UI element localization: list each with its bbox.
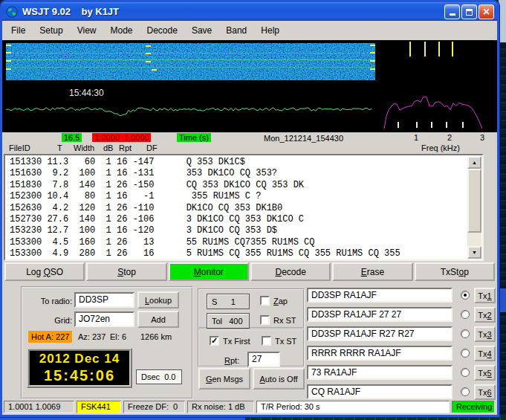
freeze-df-panel: Freeze DF: 0 <box>123 401 185 413</box>
tx6-message-input[interactable]: CQ RA1AJF <box>307 384 453 399</box>
clock-time: 15:45:06 <box>30 367 129 384</box>
window-title: WSJT 9.02 by K1JT <box>22 6 119 17</box>
tx-first-checkbox[interactable] <box>210 336 219 346</box>
tx-radio-4[interactable] <box>461 349 470 358</box>
time-axis-label: Time (s) <box>177 133 211 142</box>
action-button-row: Log QSO Stop Monitor Decode Erase TxStop <box>4 262 495 281</box>
close-icon: ✕ <box>482 7 490 16</box>
maximize-button[interactable] <box>461 4 477 19</box>
decode-text: 151330 11.3 60 1 16 -147 Q 353 DK1C$ 151… <box>5 155 482 260</box>
menu-decode[interactable]: Decode <box>147 25 178 36</box>
tx-radio-5[interactable] <box>461 368 470 377</box>
to-radio-input[interactable]: DD3SP <box>74 292 134 308</box>
menu-view[interactable]: View <box>77 25 97 36</box>
col-t: T <box>57 143 62 152</box>
level-indicator: 16.5 <box>62 133 82 142</box>
tx-radio-6[interactable] <box>461 387 470 396</box>
maximize-icon <box>466 9 473 16</box>
freq-tick-2: 2 <box>447 133 452 142</box>
tx-radio-2[interactable] <box>461 310 470 319</box>
elevation-label: El: 6 <box>110 332 126 341</box>
signal-trace <box>6 42 375 130</box>
tol-field[interactable]: Tol 400 <box>207 313 250 329</box>
lookup-button[interactable]: Lookup <box>137 291 179 308</box>
menu-setup[interactable]: Setup <box>39 25 62 36</box>
erase-button[interactable]: Erase <box>332 262 412 281</box>
tx1-button[interactable]: Tx1 <box>474 288 496 303</box>
spectrum-trace <box>382 42 490 130</box>
tx-st-checkbox[interactable] <box>262 336 271 346</box>
tx5-button[interactable]: Tx5 <box>474 365 496 381</box>
decode-scrollbar[interactable]: ▲ ▼ <box>467 156 481 259</box>
scroll-up-icon[interactable]: ▲ <box>467 156 481 169</box>
decode-button[interactable]: Decode <box>250 262 331 281</box>
menu-mode[interactable]: Mode <box>111 25 133 36</box>
mode-panel: FSK441 <box>77 401 121 413</box>
col-width: Width <box>74 143 94 152</box>
zap-label: Zap <box>273 297 288 306</box>
tx-radio-1[interactable] <box>461 291 470 300</box>
scroll-thumb[interactable] <box>467 169 481 233</box>
tx2-button[interactable]: Tx2 <box>474 307 496 323</box>
log-qso-button[interactable]: Log QSO <box>4 262 85 281</box>
grid-input[interactable]: JO72en <box>74 311 134 327</box>
background-right-patch <box>499 288 506 312</box>
rpt-input[interactable]: 27 <box>247 352 280 367</box>
hot-azimuth-badge: Hot A: 227 <box>28 331 72 343</box>
scale-rows: 16.5 1.0000 1.0000 Time (s) Mon_121214_1… <box>2 132 497 154</box>
tx1-message-input[interactable]: DD3SP RA1AJF <box>307 288 453 303</box>
auto-button[interactable]: Auto is Off <box>253 368 305 390</box>
ratio-indicator: 1.0000 1.0000 <box>92 133 151 142</box>
txstop-button[interactable]: TxStop <box>415 262 495 281</box>
globe-icon <box>6 6 18 18</box>
tx4-message-input[interactable]: RRRR RRRR RA1AJF <box>307 346 453 361</box>
close-button[interactable]: ✕ <box>479 4 494 19</box>
tx3-message-input[interactable]: DD3SP RA1AJF R27 R27 <box>307 326 453 341</box>
tx4-button[interactable]: Tx4 <box>474 346 496 361</box>
azimuth-label: Az: 237 <box>78 332 106 341</box>
decode-area[interactable]: 151330 11.3 60 1 16 -147 Q 353 DK1C$ 151… <box>4 154 484 261</box>
sync-field[interactable]: S 1 <box>207 294 250 309</box>
minimize-icon <box>450 13 455 16</box>
menu-file[interactable]: File <box>11 25 25 36</box>
title-bar[interactable]: WSJT 9.02 by K1JT ✕ <box>2 2 497 21</box>
clock-display: 2012 Dec 14 15:45:06 <box>27 348 132 388</box>
waterfall-panel[interactable]: 15:44:30 <box>6 42 375 130</box>
freq-axis-label: Freq (kHz) <box>421 143 460 152</box>
dsec-box: Dsec 0.0 <box>136 369 182 384</box>
rx-st-checkbox[interactable] <box>260 315 270 325</box>
rpt-label: Rpt: <box>224 356 239 365</box>
tr-period-panel: T/R Period: 30 s <box>256 401 450 413</box>
tx2-message-input[interactable]: DD3SP RA1AJF 27 27 <box>307 307 453 322</box>
gen-msgs-button[interactable]: Gen Msgs <box>198 368 250 390</box>
tx3-button[interactable]: Tx3 <box>474 326 496 342</box>
tx-st-label: Tx ST <box>275 337 296 346</box>
menu-band[interactable]: Band <box>226 25 247 36</box>
col-db: dB <box>103 143 113 152</box>
tx-radio-3[interactable] <box>461 329 470 338</box>
freq-tick-1: 1 <box>414 133 418 142</box>
menu-save[interactable]: Save <box>192 25 212 36</box>
to-radio-label: To radio: <box>32 297 72 306</box>
clock-date: 2012 Dec 14 <box>30 351 129 367</box>
rx-state-panel: Receiving <box>452 401 495 413</box>
menu-help[interactable]: Help <box>261 25 279 36</box>
scroll-down-icon[interactable]: ▼ <box>467 246 481 259</box>
add-button[interactable]: Add <box>137 311 179 328</box>
monitor-button[interactable]: Monitor <box>169 262 249 281</box>
spectrum-panel[interactable] <box>382 42 490 130</box>
background-right-top <box>499 0 506 42</box>
grid-label: Grid: <box>32 316 72 325</box>
distance-label: 1266 km <box>140 332 172 341</box>
tx5-message-input[interactable]: 73 RA1AJF <box>307 365 453 380</box>
tx6-button[interactable]: Tx6 <box>474 384 496 400</box>
freq-ratios-panel: 1.0001 1.0069 <box>4 401 74 413</box>
stop-button[interactable]: Stop <box>86 262 166 281</box>
minimize-button[interactable] <box>444 4 460 19</box>
col-fileid: FileID <box>9 143 30 152</box>
zap-checkbox[interactable] <box>260 296 270 306</box>
freq-tick-3: 3 <box>480 133 484 142</box>
menu-bar: File Setup View Mode Decode Save Band He… <box>2 21 497 40</box>
tx-first-label: Tx First <box>223 337 250 346</box>
col-rpt: Rpt <box>119 143 132 152</box>
